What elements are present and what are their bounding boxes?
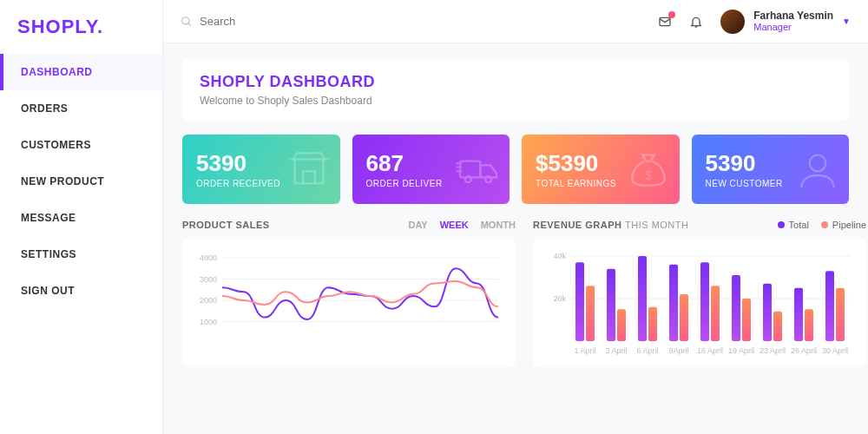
search-icon — [181, 16, 193, 28]
stats-row: 5390ORDER RECEIVED687ORDER DELIVER$5390T… — [182, 135, 849, 204]
svg-rect-20 — [575, 262, 584, 341]
storefront-icon — [285, 148, 333, 190]
svg-rect-41 — [794, 288, 803, 341]
notifications-icon[interactable] — [689, 15, 703, 29]
sidebar: SHOPLY. DASHBOARDORDERSCUSTOMERSNEW PROD… — [0, 0, 163, 434]
user-info: Farhana Yesmin Manager — [753, 10, 833, 34]
product-sales-title: PRODUCT SALES — [182, 220, 270, 230]
user-menu[interactable]: Farhana Yesmin Manager ▼ — [720, 10, 851, 34]
svg-text:3 April: 3 April — [605, 346, 627, 355]
svg-text:1000: 1000 — [200, 318, 217, 326]
product-sales-panel: PRODUCT SALES DAYWEEKMONTH 1000200030004… — [182, 220, 516, 367]
svg-rect-33 — [711, 286, 720, 341]
svg-rect-26 — [638, 256, 647, 341]
product-sales-chart: 1000200030004000 — [182, 239, 516, 367]
charts-row: PRODUCT SALES DAYWEEKMONTH 1000200030004… — [182, 220, 849, 367]
sidebar-item-settings[interactable]: SETTINGS — [0, 236, 162, 273]
svg-rect-27 — [648, 307, 657, 341]
revenue-panel: REVENUE GRAPH THIS MONTH TotalPipeline 2… — [533, 220, 866, 367]
legend-pipeline: Pipeline — [821, 220, 866, 230]
content: SHOPLY DASHBOARD Welcome to Shoply Sales… — [163, 43, 868, 434]
sidebar-item-dashboard[interactable]: DASHBOARD — [0, 54, 162, 90]
svg-rect-45 — [836, 288, 845, 341]
tab-day[interactable]: DAY — [408, 220, 427, 230]
stat-card-order-received[interactable]: 5390ORDER RECEIVED — [182, 135, 340, 204]
user-role: Manager — [753, 22, 833, 33]
svg-text:4000: 4000 — [200, 253, 217, 262]
chevron-down-icon: ▼ — [842, 16, 851, 26]
svg-point-0 — [182, 16, 189, 23]
svg-rect-32 — [700, 262, 709, 341]
legend-total: Total — [778, 220, 809, 230]
svg-text:19 April: 19 April — [728, 346, 754, 355]
avatar — [720, 10, 745, 34]
svg-rect-24 — [617, 309, 626, 341]
svg-rect-35 — [732, 275, 740, 341]
sidebar-item-orders[interactable]: ORDERS — [0, 90, 162, 127]
svg-rect-44 — [825, 271, 834, 341]
topbar-actions: Farhana Yesmin Manager ▼ — [658, 10, 851, 34]
page-title: SHOPLY DASHBOARD — [200, 73, 832, 91]
page-subtitle: Welcome to Shoply Sales Dashboard — [200, 95, 832, 107]
svg-rect-29 — [669, 265, 678, 341]
user-icon — [793, 148, 842, 190]
topbar: Farhana Yesmin Manager ▼ — [163, 0, 868, 43]
svg-text:30 April: 30 April — [822, 346, 848, 355]
svg-rect-3 — [460, 161, 480, 178]
revenue-title: REVENUE GRAPH THIS MONTH — [533, 220, 688, 230]
search[interactable] — [181, 15, 649, 28]
stat-card-total-earnings[interactable]: $5390TOTAL EARNINGS$ — [522, 135, 680, 204]
svg-rect-39 — [773, 312, 782, 341]
delivery-truck-icon — [454, 148, 503, 190]
sidebar-item-customers[interactable]: CUSTOMERS — [0, 127, 162, 163]
svg-rect-30 — [680, 294, 688, 341]
svg-rect-23 — [607, 269, 615, 341]
svg-text:23 April: 23 April — [760, 346, 786, 355]
svg-text:20k: 20k — [553, 294, 566, 303]
revenue-chart: 20k40k1 April3 April6 April9April16 Apri… — [533, 239, 866, 367]
main: Farhana Yesmin Manager ▼ SHOPLY DASHBOAR… — [163, 0, 868, 434]
svg-rect-42 — [805, 309, 813, 341]
svg-text:3000: 3000 — [200, 275, 217, 284]
user-name: Farhana Yesmin — [753, 10, 833, 22]
sidebar-item-message[interactable]: MESSAGE — [0, 200, 162, 236]
svg-text:$: $ — [645, 168, 652, 182]
stat-card-order-deliver[interactable]: 687ORDER DELIVER — [352, 135, 510, 204]
revenue-legend: TotalPipeline — [778, 220, 866, 230]
money-bag-icon: $ — [624, 148, 673, 190]
stat-card-new-customer[interactable]: 5390NEW CUSTOMER — [692, 135, 850, 204]
svg-text:16 April: 16 April — [697, 346, 723, 355]
sidebar-item-new-product[interactable]: NEW PRODUCT — [0, 163, 162, 200]
svg-rect-21 — [586, 286, 595, 341]
svg-point-5 — [485, 176, 491, 182]
svg-text:2000: 2000 — [200, 296, 217, 305]
svg-point-7 — [810, 155, 826, 172]
svg-text:6 April: 6 April — [636, 346, 658, 355]
search-input[interactable] — [200, 15, 649, 28]
tab-week[interactable]: WEEK — [440, 220, 469, 230]
svg-point-4 — [465, 176, 471, 182]
svg-text:9April: 9April — [668, 346, 688, 355]
svg-text:1 April: 1 April — [574, 346, 595, 355]
logo: SHOPLY. — [0, 16, 162, 54]
sales-range-tabs: DAYWEEKMONTH — [408, 220, 516, 230]
svg-text:26 April: 26 April — [791, 346, 817, 355]
messages-icon[interactable] — [658, 15, 672, 29]
svg-rect-38 — [763, 284, 772, 341]
messages-badge — [668, 11, 675, 18]
sidebar-item-sign-out[interactable]: SIGN OUT — [0, 273, 162, 309]
page-header: SHOPLY DASHBOARD Welcome to Shoply Sales… — [182, 59, 849, 121]
svg-text:40k: 40k — [553, 252, 566, 260]
svg-rect-36 — [742, 299, 751, 341]
svg-line-1 — [188, 23, 191, 25]
tab-month[interactable]: MONTH — [481, 220, 516, 230]
